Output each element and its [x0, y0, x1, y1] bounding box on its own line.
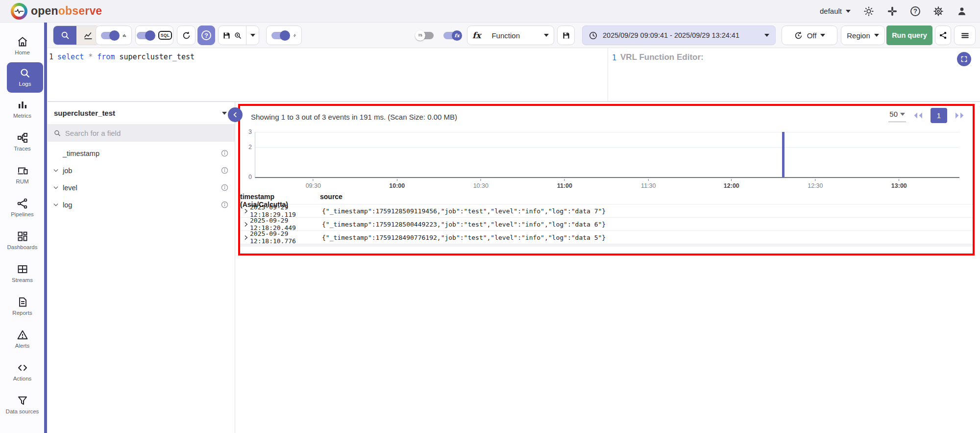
- row-timestamp: 2025-09-29 12:18:29.119: [250, 204, 322, 218]
- refresh-icon: [182, 31, 191, 40]
- chart-plot-area[interactable]: [255, 132, 959, 178]
- sidebar-item-traces[interactable]: Traces: [0, 126, 45, 158]
- page-number[interactable]: 1: [931, 108, 947, 123]
- chevron-down-icon: [846, 10, 851, 13]
- document-icon: [17, 296, 28, 308]
- search-mode-button[interactable]: [53, 25, 76, 45]
- x-tick: 10:00: [389, 179, 405, 189]
- sidebar-item-home[interactable]: Home: [0, 29, 45, 62]
- chart-x-axis: 09:3010:0010:3011:0011:3012:0012:3013:00: [255, 179, 959, 192]
- info-icon[interactable]: [220, 149, 229, 157]
- sql-mode-toggle[interactable]: [137, 32, 154, 39]
- region-value: Region: [847, 31, 870, 40]
- transform-toggle-wrap: [415, 25, 435, 45]
- logs-toolbar: SQL ? fx fx Function 2025/09/29 09:09:41…: [48, 23, 980, 48]
- table-row[interactable]: 2025-09-29 12:18:10.776 {"_timestamp":17…: [238, 230, 975, 244]
- field-row-job[interactable]: job: [48, 162, 235, 179]
- sidebar-item-rum[interactable]: RUM: [0, 158, 45, 191]
- settings-gear-icon[interactable]: [933, 6, 944, 17]
- function-dropdown[interactable]: fx Function: [467, 25, 554, 45]
- sidebar-item-dashboards[interactable]: Dashboards: [0, 224, 45, 257]
- x-tick: 12:00: [724, 179, 739, 189]
- sidebar-item-label: Metrics: [13, 113, 31, 119]
- logo-ring-icon: [11, 3, 27, 20]
- sql-query-editor[interactable]: 1select * from supercluster_test: [48, 48, 608, 102]
- field-search-input[interactable]: [65, 129, 229, 137]
- sidebar-item-metrics[interactable]: Metrics: [0, 93, 45, 126]
- vrl-editor-placeholder: VRL Function Editor:: [620, 52, 704, 62]
- x-tick: 13:00: [891, 179, 907, 189]
- transform-toggle[interactable]: [416, 32, 434, 39]
- devices-icon: [17, 165, 28, 177]
- vrl-function-toggle[interactable]: fx: [443, 32, 461, 39]
- info-icon[interactable]: [220, 166, 229, 175]
- search-mode-segment: [53, 25, 100, 45]
- sidebar-item-actions[interactable]: Actions: [0, 356, 45, 388]
- org-selector[interactable]: default: [820, 7, 851, 15]
- tick-mark: [648, 179, 649, 181]
- chevron-down-icon: [52, 167, 59, 174]
- line-number: 1: [49, 52, 53, 61]
- query-help-button[interactable]: ?: [197, 25, 215, 45]
- fx-icon: fx: [454, 33, 459, 38]
- histogram-bar[interactable]: [782, 132, 784, 177]
- results-panel: Showing 1 to 3 out of 3 events in 191 ms…: [235, 102, 980, 433]
- save-function-button[interactable]: [557, 25, 575, 45]
- share-button[interactable]: [935, 25, 951, 45]
- last-page-button[interactable]: [954, 111, 965, 120]
- realtime-toggle-group: [266, 25, 302, 45]
- region-dropdown[interactable]: Region: [841, 25, 885, 45]
- y-tick-label: 3: [248, 128, 252, 135]
- sql-mode-toggle-group: SQL: [135, 25, 173, 45]
- field-name: log: [63, 201, 72, 209]
- sidebar-item-data-sources[interactable]: Data sources: [0, 388, 45, 421]
- field-row-timestamp[interactable]: _timestamp: [48, 145, 235, 162]
- auto-refresh-dropdown[interactable]: Off: [782, 25, 837, 45]
- profile-icon[interactable]: [956, 6, 967, 17]
- theme-sun-icon[interactable]: [863, 6, 874, 17]
- sidebar-item-alerts[interactable]: Alerts: [0, 323, 45, 356]
- run-query-button[interactable]: Run query: [886, 25, 932, 45]
- chevron-down-icon: [222, 112, 227, 115]
- sidebar-item-label: Traces: [14, 146, 31, 152]
- histogram-toggle[interactable]: [101, 32, 119, 39]
- date-range-picker[interactable]: 2025/09/29 09:09:41 - 2025/09/29 13:24:4…: [582, 25, 776, 45]
- reset-filters-button[interactable]: [177, 25, 196, 45]
- slack-icon[interactable]: [887, 6, 898, 17]
- tick-mark: [397, 179, 397, 181]
- share-nodes-icon: [17, 198, 28, 209]
- table-row[interactable]: 2025-09-29 12:18:20.449 {"_timestamp":17…: [238, 217, 975, 230]
- info-icon[interactable]: [220, 201, 229, 209]
- page-size-select[interactable]: 50: [888, 109, 906, 122]
- expand-editor-button[interactable]: [957, 52, 971, 66]
- expand-row-icon[interactable]: [242, 235, 250, 240]
- sidebar-item-label: Home: [15, 50, 30, 56]
- table-row[interactable]: 2025-09-29 12:18:29.119 {"_timestamp":17…: [238, 204, 975, 217]
- save-search-button[interactable]: [219, 26, 246, 45]
- expand-row-icon[interactable]: [242, 208, 250, 214]
- fields-panel: supercluster_test _timestamp job level: [48, 102, 235, 433]
- sidebar-item-logs[interactable]: Logs: [7, 62, 43, 93]
- realtime-toggle[interactable]: [271, 32, 289, 39]
- help-icon[interactable]: ?: [910, 6, 920, 16]
- menu-button[interactable]: [954, 25, 976, 45]
- sidebar-item-pipelines[interactable]: Pipelines: [0, 191, 45, 224]
- expand-row-icon[interactable]: [242, 222, 250, 227]
- field-row-level[interactable]: level: [48, 179, 235, 196]
- saved-search-dropdown[interactable]: [246, 26, 259, 45]
- first-page-button[interactable]: [912, 111, 924, 120]
- info-icon[interactable]: [220, 183, 229, 192]
- auto-refresh-value: Off: [807, 31, 817, 40]
- sidebar-item-label: Reports: [12, 310, 32, 316]
- x-tick-label: 11:00: [557, 182, 572, 189]
- field-name: _timestamp: [63, 150, 99, 157]
- field-row-log[interactable]: log: [48, 196, 235, 213]
- stream-selector[interactable]: supercluster_test: [48, 102, 235, 124]
- vrl-function-editor[interactable]: 1VRL Function Editor:: [608, 48, 980, 102]
- sidebar-item-reports[interactable]: Reports: [0, 290, 45, 323]
- line-number: 1: [612, 53, 616, 62]
- chevron-down-icon: [820, 34, 825, 37]
- refresh-clock-icon: [794, 31, 803, 40]
- sidebar-item-streams[interactable]: Streams: [0, 257, 45, 290]
- collapse-fields-button[interactable]: [228, 107, 243, 122]
